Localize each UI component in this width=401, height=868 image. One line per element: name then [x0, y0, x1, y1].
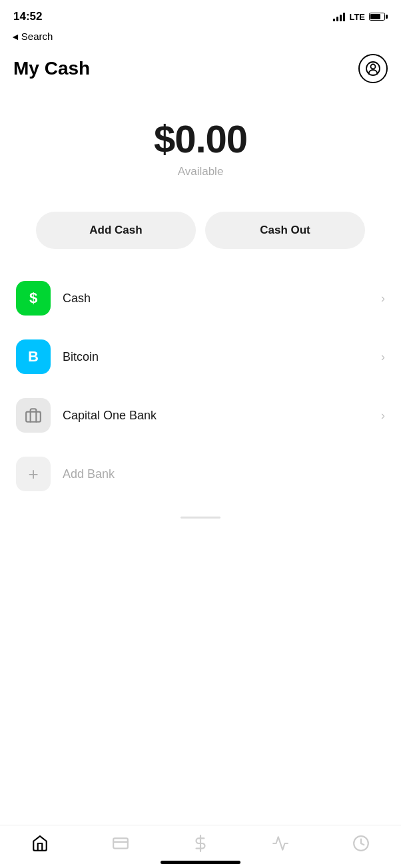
page-title: My Cash	[13, 58, 90, 79]
card-icon	[112, 835, 129, 852]
balance-section: $0.00 Available	[0, 90, 401, 192]
bank-chevron-icon: ›	[381, 409, 385, 423]
status-bar: 14:52 LTE	[0, 0, 401, 29]
cash-icon: $	[29, 290, 37, 307]
drag-handle	[0, 517, 401, 519]
bank-list-item[interactable]: Capital One Bank ›	[0, 386, 401, 445]
svg-rect-2	[26, 412, 41, 422]
add-bank-plus-icon: +	[28, 464, 38, 485]
profile-button[interactable]	[358, 54, 388, 83]
battery-icon	[369, 13, 388, 21]
clock-icon	[352, 835, 370, 852]
bitcoin-label: Bitcoin	[63, 350, 381, 364]
nav-clock[interactable]	[346, 832, 376, 855]
bank-label: Capital One Bank	[63, 409, 381, 423]
bitcoin-icon: B	[28, 348, 39, 365]
add-bank-icon-bg: +	[16, 457, 51, 491]
balance-amount: $0.00	[13, 116, 388, 161]
back-label: Search	[21, 31, 53, 42]
home-indicator	[161, 861, 240, 864]
page-header: My Cash	[0, 47, 401, 90]
signal-icon	[333, 12, 345, 21]
add-cash-button[interactable]: Add Cash	[36, 212, 196, 249]
svg-point-1	[371, 65, 376, 69]
bank-icon-bg	[16, 398, 51, 433]
activity-icon	[272, 835, 289, 852]
bitcoin-chevron-icon: ›	[381, 350, 385, 364]
svg-rect-3	[113, 838, 128, 848]
cash-icon-bg: $	[16, 281, 51, 316]
action-buttons: Add Cash Cash Out	[0, 192, 401, 256]
bitcoin-icon-bg: B	[16, 339, 51, 374]
lte-label: LTE	[349, 12, 365, 22]
back-nav[interactable]: ◄ Search	[0, 29, 401, 47]
dollar-icon	[192, 835, 209, 852]
nav-home[interactable]	[25, 832, 55, 855]
cash-label: Cash	[63, 292, 381, 306]
cash-out-button[interactable]: Cash Out	[205, 212, 365, 249]
profile-icon	[365, 61, 381, 77]
bank-icon	[25, 407, 42, 424]
add-bank-label: Add Bank	[63, 467, 385, 481]
back-chevron-icon: ◄	[11, 31, 20, 42]
nav-dollar[interactable]	[185, 832, 216, 855]
list-section: $ Cash › B Bitcoin › Capital One Bank › …	[0, 256, 401, 503]
home-icon	[31, 835, 49, 852]
nav-activity[interactable]	[265, 832, 296, 855]
balance-label: Available	[13, 165, 388, 178]
cash-list-item[interactable]: $ Cash ›	[0, 269, 401, 327]
nav-card[interactable]	[105, 832, 136, 855]
status-time: 14:52	[13, 10, 42, 23]
status-icons: LTE	[333, 12, 388, 22]
cash-chevron-icon: ›	[381, 292, 385, 306]
add-bank-list-item[interactable]: + Add Bank	[0, 445, 401, 503]
bitcoin-list-item[interactable]: B Bitcoin ›	[0, 327, 401, 386]
